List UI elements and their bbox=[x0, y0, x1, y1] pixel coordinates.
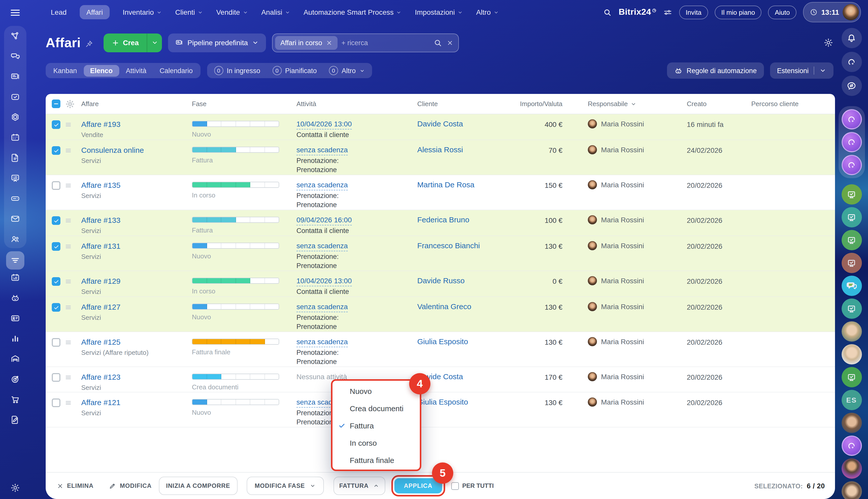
dropdown-item-fattura[interactable]: Fattura bbox=[332, 417, 420, 434]
sort-chevron-icon[interactable] bbox=[631, 101, 637, 107]
planner-icon[interactable] bbox=[10, 272, 20, 283]
settings-gear-icon[interactable] bbox=[823, 38, 833, 48]
responsible-avatar[interactable] bbox=[588, 119, 597, 129]
document-icon[interactable] bbox=[10, 153, 20, 163]
column-header-fase[interactable]: Fase bbox=[192, 100, 296, 108]
responsible-name[interactable]: Maria Rossini bbox=[601, 303, 644, 311]
deal-name-link[interactable]: Affare #135 bbox=[81, 180, 192, 190]
nav-item-altro[interactable]: Altro bbox=[476, 8, 499, 16]
deal-name-link[interactable]: Affare #123 bbox=[81, 372, 192, 382]
table-row[interactable]: Affare #123ServiziCrea documentiNessuna … bbox=[46, 367, 835, 392]
row-checkbox[interactable] bbox=[52, 338, 60, 347]
responsible-avatar[interactable] bbox=[588, 372, 597, 381]
responsible-name[interactable]: Maria Rossini bbox=[601, 242, 644, 250]
row-checkbox[interactable] bbox=[52, 242, 60, 251]
activity-date-link[interactable]: senza scadenza bbox=[296, 180, 410, 190]
client-link[interactable]: Giulia Esposito bbox=[410, 392, 497, 427]
activity-date-link-text[interactable]: senza scadenza bbox=[296, 241, 348, 251]
nav-item-affari[interactable]: Affari bbox=[80, 5, 109, 19]
row-checkbox[interactable] bbox=[52, 277, 60, 286]
activity-date-link-text[interactable]: 10/04/2026 13:00 bbox=[296, 119, 352, 130]
pipeline-selector[interactable]: Pipeline predefinita bbox=[168, 33, 266, 52]
table-row[interactable]: Affare #125Servizi (Affare ripetuto)Fatt… bbox=[46, 332, 835, 367]
stage-select-button[interactable]: Fattura bbox=[333, 477, 385, 495]
clear-search-icon[interactable] bbox=[447, 39, 454, 46]
crm-icon[interactable] bbox=[10, 112, 20, 122]
nav-item-impostazioni[interactable]: Impostazioni bbox=[415, 8, 463, 16]
drag-handle-icon[interactable] bbox=[64, 304, 72, 311]
table-row[interactable]: Affare #193VenditeNuovo10/04/2026 13:00C… bbox=[46, 114, 835, 140]
menu-icon[interactable] bbox=[9, 7, 21, 19]
column-header-affare[interactable]: Affare bbox=[81, 100, 192, 108]
counter-altro[interactable]: 0Altro bbox=[323, 64, 371, 77]
nav-item-automazione-smart-process[interactable]: Automazione Smart Process bbox=[304, 8, 402, 16]
row-checkbox[interactable] bbox=[52, 373, 60, 382]
client-link[interactable]: Martina De Rosa bbox=[410, 175, 497, 210]
column-settings-gear-icon[interactable] bbox=[65, 99, 75, 109]
copilot-icon[interactable] bbox=[841, 155, 861, 175]
chat-avatar[interactable] bbox=[841, 481, 861, 499]
robot-icon[interactable] bbox=[10, 293, 20, 303]
tab-attività[interactable]: Attività bbox=[119, 65, 153, 76]
help-button[interactable]: Aiuto bbox=[768, 5, 796, 19]
activity-date-link[interactable]: 10/04/2026 13:00 bbox=[296, 119, 410, 130]
deal-name-link[interactable]: Affare #121 bbox=[81, 398, 192, 407]
column-header-attivita[interactable]: Attività bbox=[296, 100, 410, 108]
table-row[interactable]: Affare #133ServiziFattura09/04/2026 16:0… bbox=[46, 210, 835, 236]
chat-lines-icon[interactable] bbox=[841, 276, 861, 296]
counter-pianificato[interactable]: 0Pianificato bbox=[266, 64, 323, 77]
table-row[interactable]: Affare #121ServiziNuovosenza scadenzaPre… bbox=[46, 392, 835, 427]
activity-date-link-text[interactable]: 09/04/2026 16:00 bbox=[296, 215, 352, 226]
client-link[interactable]: Valentina Greco bbox=[410, 297, 497, 331]
copilot-icon[interactable] bbox=[841, 436, 861, 456]
calendar-icon[interactable] bbox=[10, 133, 20, 143]
row-checkbox[interactable] bbox=[52, 399, 60, 407]
funnel-icon[interactable] bbox=[6, 251, 24, 270]
deal-name-link[interactable]: Affare #129 bbox=[81, 276, 192, 286]
nav-item-analisi[interactable]: Analisi bbox=[261, 8, 290, 16]
chat-avatar[interactable] bbox=[841, 321, 861, 342]
tasks-icon[interactable] bbox=[10, 92, 20, 102]
gear-icon[interactable] bbox=[10, 483, 20, 493]
change-stage-button[interactable]: Modifica fase bbox=[246, 477, 323, 495]
activity-date-link[interactable]: senza scadenza bbox=[296, 241, 410, 251]
row-checkbox[interactable] bbox=[52, 181, 60, 190]
drag-handle-icon[interactable] bbox=[64, 374, 72, 381]
counter-in-ingresso[interactable]: 0In ingresso bbox=[208, 64, 266, 77]
drag-handle-icon[interactable] bbox=[64, 217, 72, 224]
bell-icon[interactable] bbox=[841, 28, 861, 48]
create-split-button[interactable]: Crea bbox=[103, 33, 162, 52]
target-icon[interactable] bbox=[10, 374, 20, 384]
responsible-name[interactable]: Maria Rossini bbox=[601, 338, 644, 346]
network-icon[interactable] bbox=[10, 31, 20, 41]
edit-button[interactable]: Modifica bbox=[109, 482, 151, 490]
client-link[interactable]: Alessia Rossi bbox=[410, 140, 497, 175]
row-checkbox[interactable] bbox=[52, 146, 60, 155]
client-link[interactable]: Francesco Bianchi bbox=[410, 236, 497, 270]
nav-item-clienti[interactable]: Clienti bbox=[175, 8, 203, 16]
column-header-importo[interactable]: Importo/Valuta bbox=[497, 100, 567, 108]
table-row[interactable]: Affare #131ServiziNuovosenza scadenzaPre… bbox=[46, 236, 835, 271]
drag-handle-icon[interactable] bbox=[64, 182, 72, 189]
responsible-name[interactable]: Maria Rossini bbox=[601, 181, 644, 189]
for-all-checkbox[interactable] bbox=[451, 482, 459, 490]
initials-avatar[interactable]: ES bbox=[841, 390, 861, 410]
chat-avatar[interactable] bbox=[841, 344, 861, 364]
column-header-cliente[interactable]: Cliente bbox=[410, 100, 497, 108]
drag-handle-icon[interactable] bbox=[64, 399, 72, 406]
dropdown-item-crea-documenti[interactable]: Crea documenti bbox=[332, 400, 420, 417]
delete-button[interactable]: Elimina bbox=[57, 482, 94, 489]
search-filter-bar[interactable]: Affari in corso + ricerca bbox=[272, 33, 459, 52]
contact-card-icon[interactable] bbox=[10, 313, 20, 324]
row-checkbox[interactable] bbox=[52, 120, 60, 129]
column-header-responsabile[interactable]: Responsabile bbox=[588, 100, 628, 108]
activity-date-link[interactable]: 10/04/2026 13:00 bbox=[296, 276, 410, 286]
tab-calendario[interactable]: Calendario bbox=[153, 65, 199, 76]
chat-avatar[interactable] bbox=[841, 459, 861, 479]
deal-name-link[interactable]: Affare #193 bbox=[81, 119, 192, 130]
invite-button[interactable]: Invita bbox=[679, 5, 708, 19]
monitor-check-icon[interactable] bbox=[841, 299, 861, 319]
start-composing-button[interactable]: Inizia a comporre bbox=[159, 477, 237, 495]
client-link[interactable]: Federica Bruno bbox=[410, 210, 497, 235]
search-input[interactable]: + ricerca bbox=[341, 39, 429, 47]
